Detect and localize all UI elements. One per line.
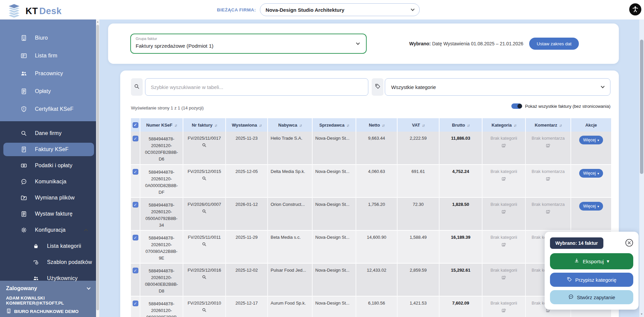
sidebar-item-lista-firm[interactable]: Lista firm: [0, 47, 96, 64]
col-header-kategoria[interactable]: Kategoria↓↑: [482, 118, 525, 132]
category-placeholder: Brak kategorii: [482, 301, 525, 306]
edit-category-icon[interactable]: [502, 308, 506, 314]
buyer: Delta Media Sp.k.: [268, 165, 312, 197]
more-button[interactable]: Więcej▾: [579, 169, 603, 178]
sidebar-item-label: Wymiana plików: [35, 195, 75, 201]
folder-share-icon: [20, 194, 28, 201]
close-button[interactable]: [625, 238, 634, 247]
page-scrollbar-thumb[interactable]: [640, 40, 643, 174]
sidebar-item-wystaw-fakture[interactable]: Wystaw fakturę: [0, 206, 96, 222]
selection-count-badge: Wybrano: 14 faktur: [550, 237, 603, 249]
page-scrollbar[interactable]: ▼: [639, 19, 644, 317]
sidebar-item-podatki-i-oplaty[interactable]: Podatki i opłaty: [0, 157, 96, 174]
edit-category-icon[interactable]: [502, 242, 506, 248]
sidebar-item-szablon-podatkow[interactable]: Szablon podatków: [0, 254, 96, 270]
selection-panel: Wybrano: 14 faktur Eksportuj ▾ Przypisz …: [545, 232, 639, 310]
sidebar-item-certyfikat-ksef[interactable]: Certyfikat KSeF: [0, 100, 96, 118]
col-header-komentarz[interactable]: Komentarz↓↑: [525, 118, 571, 132]
company-select[interactable]: Nova-Design Studio Architektury: [260, 3, 420, 16]
sidebar-item-label: Konfiguracja: [35, 227, 65, 233]
sidebar-item-pracownicy[interactable]: Pracownicy: [0, 64, 96, 82]
row-checkbox[interactable]: ✓: [133, 136, 138, 141]
preview-invoice-icon[interactable]: [202, 275, 207, 281]
col-header-brutto[interactable]: Brutto↓↑: [439, 118, 482, 132]
netto-value: 4,060.63: [356, 165, 397, 197]
brutto-value: 16,189.39: [439, 230, 482, 263]
col-header-sprzedawca[interactable]: Sprzedawca↓↑: [312, 118, 356, 132]
bag-icon: [32, 243, 40, 249]
invoice-group-select[interactable]: Grupa faktur Faktury sprzedażowe (Podmio…: [130, 34, 367, 54]
show-all-toggle[interactable]: [511, 103, 522, 109]
col-header-nr-faktury[interactable]: Nr faktury↓↑: [183, 118, 226, 132]
row-checkbox[interactable]: ✓: [133, 268, 138, 273]
ksef-number: 5884944878-20260120-0B0040EB2B8B-D8: [144, 268, 179, 295]
col-header-vat[interactable]: VAT↓↑: [397, 118, 439, 132]
edit-category-icon[interactable]: [502, 210, 506, 215]
search-icon: [134, 83, 140, 91]
col-header-wystawiona[interactable]: Wystawiona↓↑: [226, 118, 268, 132]
show-all-toggle-label: Pokaż wszystkie faktury (bez stronicowan…: [525, 104, 610, 109]
sidebar-scrollbar-thumb[interactable]: [96, 25, 99, 310]
sidebar-item-biuro[interactable]: Biuro: [0, 29, 96, 47]
preview-invoice-icon[interactable]: [202, 308, 207, 314]
coins-icon: [32, 259, 40, 265]
export-button[interactable]: Eksportuj ▾: [550, 253, 633, 269]
sidebar-item-oplaty[interactable]: Opłaty: [0, 82, 96, 100]
row-checkbox[interactable]: ✓: [133, 235, 138, 240]
scroll-up-arrow-icon[interactable]: ▲: [96, 20, 99, 23]
create-query-button[interactable]: Stwórz zapytanie: [550, 290, 633, 304]
row-checkbox[interactable]: ✓: [133, 301, 138, 306]
brutto-value: 4,752.24: [439, 165, 482, 197]
sidebar-item-dane-firmy[interactable]: Dane firmy: [0, 125, 96, 141]
category-filter-value: Wszystkie kategorie: [391, 84, 601, 90]
sidebar-item-komunikacja[interactable]: Komunikacja: [0, 174, 96, 190]
row-checkbox[interactable]: ✓: [133, 202, 138, 208]
col-header-netto[interactable]: Netto↓↑: [356, 118, 397, 132]
company-select-value: Nova-Design Studio Architektury: [266, 7, 411, 13]
sidebar-item-wymiana-plikow[interactable]: Wymiana plików: [0, 190, 96, 206]
sidebar-item-konfiguracja[interactable]: Konfiguracja: [0, 222, 96, 238]
seller: Nova-Design St...: [312, 296, 356, 317]
table-row: ✓ 5884944878-20260120-0C0020FB2B8B-D6 FV…: [131, 132, 611, 165]
more-button[interactable]: Więcej▾: [579, 136, 603, 144]
edit-comment-icon[interactable]: [546, 143, 551, 149]
preview-invoice-icon[interactable]: [202, 209, 207, 215]
col-header-akcje: Akcje: [571, 118, 611, 132]
edit-category-icon[interactable]: [502, 143, 506, 149]
sidebar-item-lista-kategorii[interactable]: Lista kategorii: [0, 238, 96, 254]
row-checkbox[interactable]: ✓: [133, 169, 138, 175]
edit-category-icon[interactable]: [502, 177, 506, 182]
sidebar-item-faktury-ksef[interactable]: Faktury KSeF: [0, 141, 96, 157]
user-company[interactable]: BIURO RACHUNKOWE DEMO: [6, 308, 90, 315]
preview-invoice-icon[interactable]: [202, 143, 207, 149]
sort-icon: ↓↑: [259, 123, 261, 127]
sidebar-scrollbar[interactable]: ▲: [96, 19, 99, 317]
assign-category-button[interactable]: Przypisz kategorię: [550, 273, 633, 287]
edit-comment-icon[interactable]: [546, 210, 551, 215]
company-picker: BIEŻĄCA FIRMA: Nova-Design Studio Archit…: [217, 0, 420, 19]
preview-invoice-icon[interactable]: [202, 242, 207, 248]
accessibility-button[interactable]: [629, 3, 641, 15]
chevron-down-icon: [87, 286, 90, 289]
scroll-down-arrow-icon[interactable]: ▼: [639, 313, 644, 316]
category-filter-select[interactable]: Wszystkie kategorie: [385, 78, 610, 96]
select-all-checkbox[interactable]: ✓: [133, 122, 138, 128]
logged-in-header[interactable]: Zalogowany: [6, 285, 90, 291]
app-logo: KTDesk: [6, 1, 62, 21]
sidebar-item-label: Dane firmy: [35, 130, 61, 136]
edit-comment-icon[interactable]: [546, 177, 551, 182]
category-placeholder: Brak kategorii: [482, 235, 525, 240]
sidebar-item-label: Wystaw fakturę: [35, 211, 73, 217]
more-button[interactable]: Więcej▾: [579, 202, 603, 211]
preview-invoice-icon[interactable]: [202, 176, 207, 182]
table-row: ✓ 5884944878-20260120-070080A22B8B-9E FV…: [131, 230, 611, 263]
set-date-range-button[interactable]: Ustaw zakres dat: [529, 38, 579, 50]
edit-category-icon[interactable]: [502, 275, 506, 281]
invoice-table-card: Wszystkie kategorie Wyświetlanie strony …: [120, 71, 619, 317]
search-input[interactable]: [145, 78, 368, 96]
sort-icon: ↓↑: [299, 123, 302, 127]
table-row: ✓ 5884944878-20260120-0500A0792B8B-34 FV…: [131, 197, 611, 230]
col-header-numer-ksef[interactable]: Numer KSeF↓↑: [140, 118, 183, 132]
col-header-nabywca[interactable]: Nabywca↓↑: [268, 118, 312, 132]
select-all-cell: ✓: [131, 118, 140, 132]
